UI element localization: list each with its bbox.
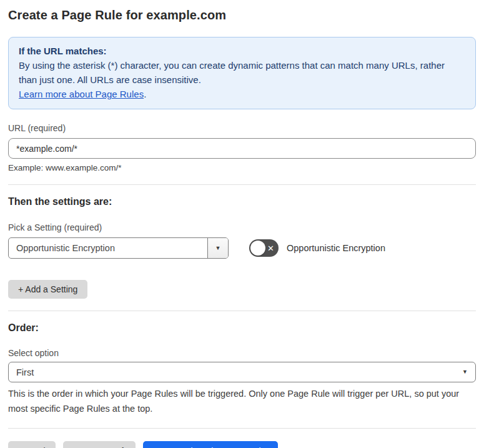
url-input[interactable]: [8, 138, 476, 159]
opportunistic-encryption-toggle[interactable]: ✕: [249, 239, 279, 257]
order-select-value: First: [16, 367, 34, 377]
save-draft-button[interactable]: Save as Draft: [63, 441, 136, 448]
url-example-text: Example: www.example.com/*: [8, 163, 476, 172]
save-deploy-button[interactable]: Save and Deploy Page Rule: [143, 441, 278, 448]
info-box-body: By using the asterisk (*) character, you…: [19, 58, 465, 87]
create-page-rule-form: Create a Page Rule for example.com If th…: [0, 0, 484, 448]
learn-more-link[interactable]: Learn more about Page Rules: [19, 89, 144, 99]
url-label: URL (required): [8, 123, 476, 133]
footer-actions: Cancel Save as Draft Save and Deploy Pag…: [8, 441, 476, 448]
section-divider: [8, 311, 476, 311]
settings-heading: Then the settings are:: [8, 196, 476, 207]
cancel-button[interactable]: Cancel: [8, 441, 56, 448]
setting-dropdown[interactable]: Opportunistic Encryption ▼: [8, 237, 229, 259]
add-setting-button[interactable]: + Add a Setting: [8, 280, 87, 299]
order-help-text: This is the order in which your Page Rul…: [8, 386, 476, 416]
chevron-down-icon: ▼: [462, 369, 468, 375]
info-box-heading: If the URL matches:: [19, 44, 465, 58]
toggle-setting-label: Opportunistic Encryption: [287, 243, 385, 253]
section-divider: [8, 184, 476, 185]
page-title: Create a Page Rule for example.com: [8, 0, 476, 22]
link-period: .: [144, 89, 146, 99]
info-box-link-line: Learn more about Page Rules.: [19, 87, 465, 101]
order-heading: Order:: [8, 322, 476, 334]
chevron-down-icon: ▼: [215, 246, 221, 251]
pick-setting-label: Pick a Setting (required): [8, 222, 476, 232]
toggle-knob: [250, 241, 265, 256]
select-option-label: Select option: [8, 348, 476, 358]
setting-row: Opportunistic Encryption ▼ ✕ Opportunist…: [8, 237, 476, 259]
setting-dropdown-caret-button[interactable]: ▼: [207, 238, 228, 258]
x-icon: ✕: [267, 244, 274, 252]
order-select[interactable]: First ▼: [8, 362, 476, 382]
section-divider: [8, 428, 476, 429]
url-match-info-box: If the URL matches: By using the asteris…: [8, 37, 476, 109]
setting-dropdown-value: Opportunistic Encryption: [9, 238, 207, 258]
